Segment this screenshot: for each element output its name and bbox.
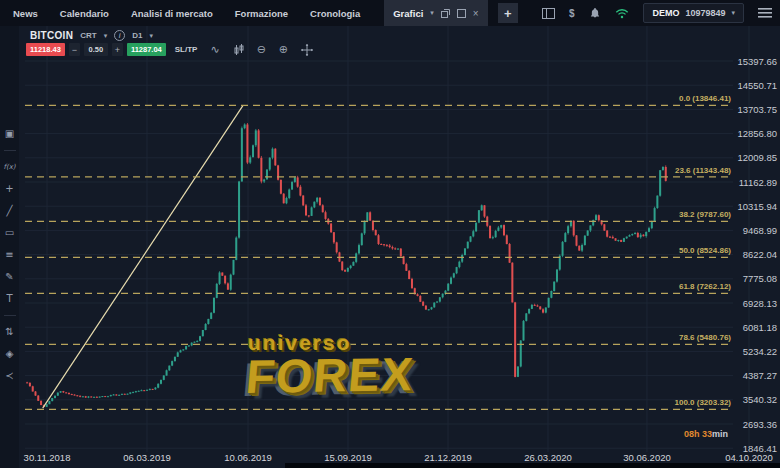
account-mode-badge: DEMO	[652, 8, 679, 18]
countdown-time: 08h 33	[684, 429, 712, 439]
account-chevron-down-icon: ▾	[731, 9, 735, 17]
svg-text:0.0 (13846.41): 0.0 (13846.41)	[679, 94, 731, 103]
zoom-in-icon[interactable]: ⊕	[279, 43, 288, 56]
instrument-chevron-down-icon[interactable]: ▾	[104, 32, 108, 40]
symbol-name: BITCOIN	[30, 30, 73, 41]
svg-text:30.11.2018: 30.11.2018	[24, 452, 71, 463]
svg-text:26.03.2020: 26.03.2020	[524, 452, 572, 463]
instrument-dollar-icon[interactable]: $	[569, 8, 576, 19]
candle-close-countdown: 08h 33min	[684, 429, 728, 439]
tools-divider	[4, 315, 16, 316]
quantity-increase-button[interactable]: +	[112, 43, 123, 56]
svg-text:10.06.2019: 10.06.2019	[224, 452, 272, 463]
svg-text:6081.18: 6081.18	[743, 322, 777, 333]
svg-text:5234.22: 5234.22	[743, 346, 777, 357]
account-selector[interactable]: DEMO 10979849 ▾	[643, 3, 744, 23]
tab-grafici-active[interactable]: Grafici ▾ ×	[384, 0, 487, 26]
svg-text:14550.71: 14550.71	[737, 80, 777, 91]
trade-controls-row: 11218.43 − 0.50 + 11287.04 SL/TP ∿ ⊖ ⊕	[26, 43, 313, 56]
text-tool-icon[interactable]: T	[6, 293, 12, 305]
svg-text:30.06.2020: 30.06.2020	[623, 452, 671, 463]
sell-button[interactable]: 11218.43	[26, 43, 65, 56]
maximize-icon[interactable]	[457, 9, 466, 18]
price-chart-canvas[interactable]: 0.0 (13846.41)23.6 (11343.48)38.2 (9787.…	[0, 0, 780, 468]
svg-text:13703.75: 13703.75	[737, 104, 777, 115]
pan-crosshair-icon[interactable]	[301, 44, 313, 56]
notifications-bell-icon[interactable]	[589, 7, 601, 19]
quantity-decrease-button[interactable]: −	[69, 43, 80, 56]
svg-text:3540.32: 3540.32	[743, 394, 777, 405]
instrument-info-icon[interactable]: i	[114, 30, 125, 41]
buy-button[interactable]: 11287.04	[127, 43, 166, 56]
indicators-fx-icon[interactable]: f(x)	[3, 161, 15, 173]
svg-text:15.09.2019: 15.09.2019	[324, 452, 372, 463]
quantity-field[interactable]: 0.50	[84, 43, 108, 56]
svg-text:50.0 (8524.86): 50.0 (8524.86)	[679, 246, 731, 255]
svg-text:78.6 (5480.76): 78.6 (5480.76)	[679, 333, 731, 342]
chart-layout-icon[interactable]: ▣	[5, 128, 14, 140]
svg-text:12856.80: 12856.80	[737, 128, 777, 139]
chevron-down-icon[interactable]: ▾	[430, 9, 434, 17]
svg-text:4387.27: 4387.27	[743, 370, 777, 381]
candlestick-series	[26, 123, 667, 407]
layout-panel-icon[interactable]	[542, 8, 555, 19]
drawing-tools-sidebar: ▣ f(x) + ╱ ▭ ≡ ✎ T ⇅ ◈ ≺	[0, 26, 19, 468]
svg-text:7775.08: 7775.08	[743, 273, 777, 284]
svg-text:2693.36: 2693.36	[743, 419, 777, 430]
fibonacci-tool-icon[interactable]: ≡	[5, 249, 13, 261]
svg-text:06.03.2019: 06.03.2019	[123, 452, 171, 463]
zoom-out-icon[interactable]: ⊖	[257, 43, 266, 56]
top-navigation-bar: News Calendario Analisi di mercato Forma…	[0, 0, 780, 26]
candlestick-chart-type-icon[interactable]	[233, 44, 244, 56]
svg-text:11162.89: 11162.89	[739, 177, 777, 188]
trend-line-icon[interactable]: ╱	[6, 205, 12, 217]
svg-text:21.12.2019: 21.12.2019	[424, 452, 472, 463]
svg-text:100.0 (3203.32): 100.0 (3203.32)	[675, 398, 732, 407]
instrument-type-selector[interactable]: CRT	[80, 31, 96, 40]
crosshair-icon[interactable]: +	[5, 183, 13, 195]
account-number: 10979849	[685, 8, 725, 18]
line-chart-type-icon[interactable]: ∿	[210, 43, 219, 56]
tab-cronologia[interactable]: Cronologia	[310, 8, 360, 19]
trading-platform-window: 0.0 (13846.41)23.6 (11343.48)38.2 (9787.…	[0, 0, 780, 468]
svg-text:38.2 (9787.60): 38.2 (9787.60)	[679, 210, 731, 219]
svg-text:61.8 (7262.12): 61.8 (7262.12)	[679, 282, 731, 291]
tools-divider	[4, 150, 16, 151]
objects-list-icon[interactable]: ◈	[6, 348, 14, 360]
tab-formazione[interactable]: Formazione	[235, 8, 288, 19]
countdown-unit: min	[712, 429, 728, 439]
bottom-edge-strip	[285, 463, 780, 468]
main-menu-hamburger-icon[interactable]	[758, 8, 772, 18]
popout-window-icon[interactable]	[441, 9, 450, 18]
svg-text:8622.04: 8622.04	[743, 249, 777, 260]
share-icon[interactable]: ≺	[5, 370, 13, 382]
tab-news[interactable]: News	[13, 8, 38, 19]
rectangle-tool-icon[interactable]: ▭	[5, 227, 14, 239]
tab-grafici-label: Grafici	[393, 8, 423, 19]
chart-symbol-row: BITCOIN CRT ▾ i D1 ▾	[30, 30, 153, 41]
svg-text:9468.99: 9468.99	[743, 225, 777, 236]
brush-tool-icon[interactable]: ✎	[5, 271, 13, 283]
timeframe-selector[interactable]: D1	[132, 31, 142, 40]
svg-text:23.6 (11343.48): 23.6 (11343.48)	[675, 166, 731, 175]
svg-text:12009.85: 12009.85	[737, 152, 777, 163]
svg-text:15397.66: 15397.66	[737, 56, 777, 67]
close-icon[interactable]: ×	[473, 8, 479, 19]
tab-calendario[interactable]: Calendario	[60, 8, 109, 19]
tab-analisi-di-mercato[interactable]: Analisi di mercato	[131, 8, 213, 19]
timeframe-chevron-down-icon[interactable]: ▾	[149, 32, 153, 40]
sltp-button[interactable]: SL/TP	[175, 45, 198, 54]
new-chart-tab-button[interactable]: +	[498, 3, 518, 23]
svg-text:6928.13: 6928.13	[743, 298, 777, 309]
indicator-settings-icon[interactable]: ⇅	[5, 326, 13, 338]
svg-text:04.10.2020: 04.10.2020	[725, 452, 773, 463]
svg-text:10315.94: 10315.94	[737, 201, 777, 212]
connection-wifi-icon	[615, 8, 629, 19]
